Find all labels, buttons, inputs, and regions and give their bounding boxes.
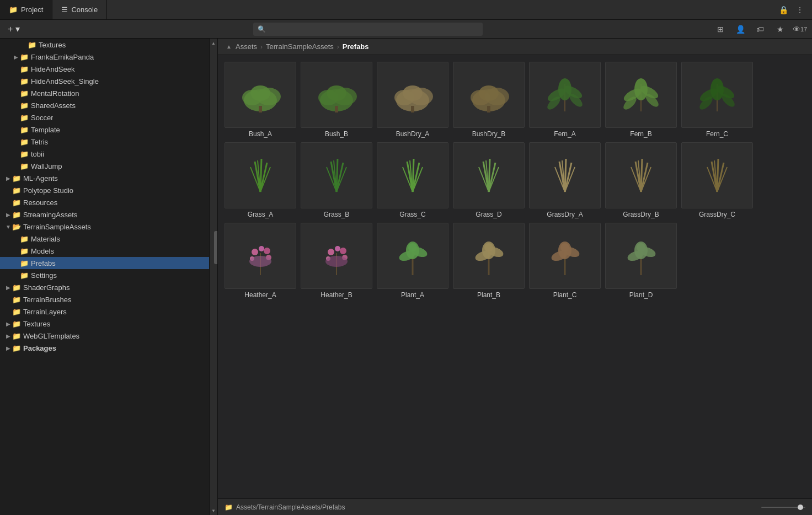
svg-point-98 bbox=[408, 243, 417, 252]
asset-label: Bush_B bbox=[325, 130, 348, 138]
star-icon[interactable]: ★ bbox=[772, 22, 788, 37]
scroll-up-btn[interactable]: ▲ bbox=[210, 39, 217, 47]
bc-sep-2: › bbox=[337, 43, 339, 51]
eye-icon[interactable]: 👁 17 bbox=[792, 22, 808, 37]
breadcrumb-terrain[interactable]: TerrainSampleAssets bbox=[266, 42, 334, 51]
tree-item[interactable]: 📁SharedAssets bbox=[0, 99, 209, 111]
filter-count: 17 bbox=[800, 26, 807, 33]
svg-point-82 bbox=[259, 246, 264, 251]
asset-item[interactable]: GrassDry_C bbox=[681, 142, 753, 218]
folder-icon: 📁 bbox=[12, 174, 21, 183]
tree-arrow-icon bbox=[12, 259, 20, 267]
bottom-path: 📁 Assets/TerrainSampleAssets/Prefabs bbox=[225, 503, 757, 511]
folder-icon: 📁 bbox=[28, 41, 36, 49]
asset-item[interactable]: Grass_D bbox=[453, 142, 525, 218]
asset-item[interactable]: BushDry_A bbox=[377, 62, 448, 138]
asset-item[interactable]: BushDry_B bbox=[453, 62, 525, 138]
asset-label: Plant_C bbox=[553, 291, 577, 299]
asset-item[interactable]: GrassDry_A bbox=[529, 142, 601, 218]
folder-icon: 📁 bbox=[12, 211, 21, 219]
tree-item[interactable]: 📁tobii bbox=[0, 148, 209, 160]
folder-path-icon: 📁 bbox=[225, 503, 233, 511]
add-button[interactable]: + ▾ bbox=[4, 23, 23, 35]
asset-item[interactable]: Bush_A bbox=[225, 62, 296, 138]
tree-arrow-icon bbox=[4, 308, 12, 315]
path-text: Assets/TerrainSampleAssets/Prefabs bbox=[236, 503, 345, 511]
svg-point-37 bbox=[710, 78, 724, 100]
svg-point-31 bbox=[634, 78, 648, 100]
asset-thumbnail bbox=[529, 62, 601, 128]
asset-item[interactable]: Heather_B bbox=[301, 223, 372, 299]
folder-icon: 📁 bbox=[20, 89, 29, 98]
asset-item[interactable]: Grass_B bbox=[301, 142, 372, 218]
asset-item[interactable]: Fern_C bbox=[681, 62, 753, 138]
asset-label: Heather_A bbox=[244, 291, 276, 299]
tree-item[interactable]: 📁Resources bbox=[0, 196, 209, 208]
tab-project-label: Project bbox=[21, 6, 43, 14]
asset-item[interactable]: Grass_A bbox=[225, 142, 296, 218]
tree-item[interactable]: 📁Polytope Studio bbox=[0, 184, 209, 196]
tree-item[interactable]: ▼📂TerrainSampleAssets bbox=[0, 221, 209, 233]
tree-item[interactable]: 📁Template bbox=[0, 124, 209, 136]
tree-item[interactable]: ▶📁Textures bbox=[0, 318, 209, 330]
asset-item[interactable]: Plant_B bbox=[453, 223, 525, 299]
asset-label: Heather_B bbox=[320, 291, 352, 299]
tree-item[interactable]: ▶📁Packages bbox=[0, 342, 209, 354]
zoom-slider[interactable] bbox=[761, 507, 805, 508]
tree-arrow-icon: ▶ bbox=[12, 53, 20, 61]
asset-item[interactable]: GrassDry_B bbox=[605, 142, 677, 218]
tab-console[interactable]: ☰ Console bbox=[52, 0, 107, 19]
tree-item[interactable]: 📁Materials bbox=[0, 233, 209, 245]
tree-item[interactable]: ▶📁ShaderGraphs bbox=[0, 281, 209, 293]
scroll-thumb[interactable] bbox=[214, 231, 218, 264]
asset-label: Bush_A bbox=[249, 130, 272, 138]
tree-item[interactable]: 📁Tetris bbox=[0, 136, 209, 148]
breadcrumb-scroll-up[interactable]: ▲ bbox=[225, 42, 233, 51]
tree-item[interactable]: 📁Textures bbox=[0, 39, 209, 51]
tree-item[interactable]: 📁TerrainLayers bbox=[0, 305, 209, 318]
tree-item[interactable]: ▶📁WebGLTemplates bbox=[0, 330, 209, 342]
tree-container: 📁Textures▶📁FrankaEmikaPanda📁HideAndSeek📁… bbox=[0, 39, 209, 354]
user-icon[interactable]: 👤 bbox=[733, 22, 748, 37]
asset-item[interactable]: Plant_A bbox=[377, 223, 448, 299]
tree-item[interactable]: 📁WallJump bbox=[0, 160, 209, 172]
lock-button[interactable]: 🔒 bbox=[776, 2, 791, 18]
search-input[interactable] bbox=[268, 25, 479, 33]
svg-point-18 bbox=[479, 85, 499, 101]
asset-item[interactable]: Plant_D bbox=[605, 223, 677, 299]
folder-icon: 📁 bbox=[12, 308, 21, 316]
asset-item[interactable]: Fern_A bbox=[529, 62, 601, 138]
asset-thumbnail bbox=[301, 223, 372, 289]
folder-icon: 📁 bbox=[12, 332, 21, 340]
breadcrumb-prefabs[interactable]: Prefabs bbox=[343, 42, 369, 51]
scroll-down-btn[interactable]: ▼ bbox=[210, 506, 217, 515]
asset-item[interactable]: Bush_B bbox=[301, 62, 372, 138]
asset-item[interactable]: Plant_C bbox=[529, 223, 601, 299]
tree-item[interactable]: 📁Settings bbox=[0, 269, 209, 281]
tree-item[interactable]: 📁HideAndSeek_Single bbox=[0, 75, 209, 87]
more-button[interactable]: ⋮ bbox=[792, 2, 808, 18]
zoom-thumb[interactable] bbox=[798, 505, 803, 510]
tree-item[interactable]: ▶📁ML-Agents bbox=[0, 172, 209, 184]
tree-item[interactable]: ▶📁StreamingAssets bbox=[0, 208, 209, 221]
tree-item[interactable]: 📁TerrainBrushes bbox=[0, 293, 209, 305]
tree-item-label: WebGLTemplates bbox=[23, 332, 79, 340]
tree-item[interactable]: 📁Models bbox=[0, 245, 209, 257]
tree-item[interactable]: 📁Prefabs bbox=[0, 257, 209, 269]
layout-icon[interactable]: ⊞ bbox=[713, 22, 728, 37]
tree-item[interactable]: 📁Soccer bbox=[0, 111, 209, 124]
tree-item[interactable]: 📁HideAndSeek bbox=[0, 63, 209, 75]
asset-label: GrassDry_A bbox=[547, 211, 583, 218]
tab-project[interactable]: 📁 Project bbox=[0, 0, 52, 19]
asset-item[interactable]: Grass_C bbox=[377, 142, 448, 218]
breadcrumb-assets[interactable]: Assets bbox=[236, 42, 257, 51]
asset-item[interactable]: Fern_B bbox=[605, 62, 677, 138]
tree-item-label: Resources bbox=[23, 199, 57, 207]
tag-icon[interactable]: 🏷 bbox=[752, 22, 768, 37]
asset-item[interactable]: Heather_A bbox=[225, 223, 296, 299]
tree-item[interactable]: ▶📁FrankaEmikaPanda bbox=[0, 51, 209, 63]
tree-item-label: HideAndSeek bbox=[31, 65, 75, 73]
tree-item-label: FrankaEmikaPanda bbox=[31, 53, 94, 61]
asset-label: Grass_A bbox=[248, 211, 274, 218]
tree-item[interactable]: 📁MentalRotation bbox=[0, 87, 209, 99]
